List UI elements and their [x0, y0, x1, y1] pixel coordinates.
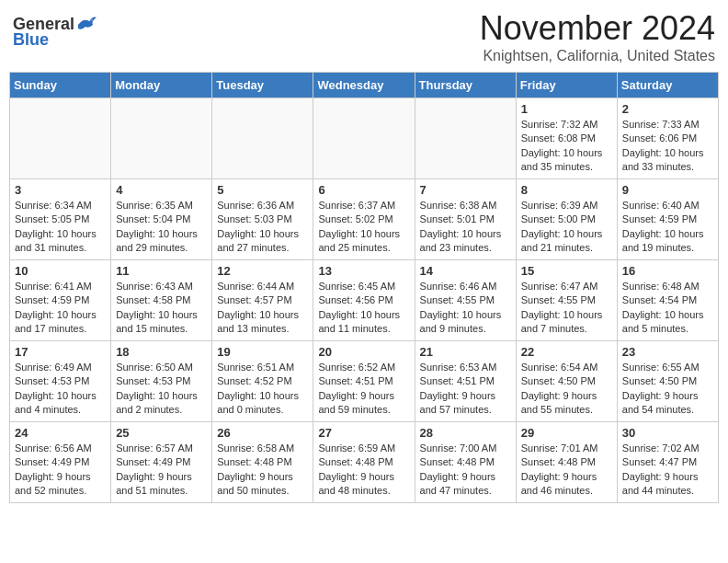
day-number: 25 [116, 426, 207, 440]
calendar-cell: 25Sunrise: 6:57 AMSunset: 4:49 PMDayligh… [111, 422, 212, 503]
cell-info: Sunrise: 7:32 AMSunset: 6:08 PMDaylight:… [521, 118, 612, 175]
cell-info: Sunrise: 6:56 AMSunset: 4:49 PMDaylight:… [15, 442, 106, 499]
logo-blue: Blue [13, 30, 49, 50]
col-header-friday: Friday [516, 73, 617, 98]
cell-info: Sunrise: 6:53 AMSunset: 4:51 PMDaylight:… [420, 361, 511, 418]
calendar-table: SundayMondayTuesdayWednesdayThursdayFrid… [9, 72, 719, 503]
day-number: 12 [217, 264, 308, 278]
calendar-cell: 5Sunrise: 6:36 AMSunset: 5:03 PMDaylight… [212, 179, 313, 260]
calendar-cell: 22Sunrise: 6:54 AMSunset: 4:50 PMDayligh… [516, 341, 617, 422]
cell-info: Sunrise: 6:52 AMSunset: 4:51 PMDaylight:… [318, 361, 409, 418]
cell-info: Sunrise: 7:01 AMSunset: 4:48 PMDaylight:… [521, 442, 612, 499]
calendar-cell: 7Sunrise: 6:38 AMSunset: 5:01 PMDaylight… [415, 179, 516, 260]
calendar-cell: 16Sunrise: 6:48 AMSunset: 4:54 PMDayligh… [617, 260, 718, 341]
day-number: 28 [420, 426, 511, 440]
cell-info: Sunrise: 6:46 AMSunset: 4:55 PMDaylight:… [420, 280, 511, 337]
calendar-cell: 20Sunrise: 6:52 AMSunset: 4:51 PMDayligh… [313, 341, 415, 422]
calendar-cell: 1Sunrise: 7:32 AMSunset: 6:08 PMDaylight… [516, 98, 617, 179]
cell-info: Sunrise: 6:50 AMSunset: 4:53 PMDaylight:… [116, 361, 207, 418]
cell-info: Sunrise: 7:33 AMSunset: 6:06 PMDaylight:… [622, 118, 713, 175]
day-number: 27 [318, 426, 409, 440]
calendar-cell [212, 98, 313, 179]
day-number: 16 [622, 264, 713, 278]
day-number: 24 [15, 426, 106, 440]
cell-info: Sunrise: 6:43 AMSunset: 4:58 PMDaylight:… [116, 280, 207, 337]
cell-info: Sunrise: 6:45 AMSunset: 4:56 PMDaylight:… [318, 280, 409, 337]
calendar-cell: 11Sunrise: 6:43 AMSunset: 4:58 PMDayligh… [111, 260, 212, 341]
header: General Blue November 2024 Knightsen, Ca… [9, 9, 719, 64]
cell-info: Sunrise: 6:35 AMSunset: 5:04 PMDaylight:… [116, 199, 207, 256]
calendar-cell: 9Sunrise: 6:40 AMSunset: 4:59 PMDaylight… [617, 179, 718, 260]
col-header-wednesday: Wednesday [313, 73, 415, 98]
day-number: 8 [521, 183, 612, 197]
calendar-cell [313, 98, 415, 179]
calendar-cell [10, 98, 111, 179]
title-section: November 2024 Knightsen, California, Uni… [480, 9, 715, 64]
cell-info: Sunrise: 6:47 AMSunset: 4:55 PMDaylight:… [521, 280, 612, 337]
calendar-week-row: 1Sunrise: 7:32 AMSunset: 6:08 PMDaylight… [10, 98, 719, 179]
cell-info: Sunrise: 6:55 AMSunset: 4:50 PMDaylight:… [622, 361, 713, 418]
calendar-cell: 14Sunrise: 6:46 AMSunset: 4:55 PMDayligh… [415, 260, 516, 341]
calendar-week-row: 10Sunrise: 6:41 AMSunset: 4:59 PMDayligh… [10, 260, 719, 341]
day-number: 18 [116, 345, 207, 359]
cell-info: Sunrise: 6:37 AMSunset: 5:02 PMDaylight:… [318, 199, 409, 256]
calendar-week-row: 24Sunrise: 6:56 AMSunset: 4:49 PMDayligh… [10, 422, 719, 503]
calendar-cell: 30Sunrise: 7:02 AMSunset: 4:47 PMDayligh… [617, 422, 718, 503]
calendar-cell: 4Sunrise: 6:35 AMSunset: 5:04 PMDaylight… [111, 179, 212, 260]
calendar-cell: 29Sunrise: 7:01 AMSunset: 4:48 PMDayligh… [516, 422, 617, 503]
col-header-sunday: Sunday [10, 73, 111, 98]
col-header-monday: Monday [111, 73, 212, 98]
col-header-saturday: Saturday [617, 73, 718, 98]
day-number: 11 [116, 264, 207, 278]
day-number: 15 [521, 264, 612, 278]
day-number: 1 [521, 102, 612, 116]
day-number: 4 [116, 183, 207, 197]
day-number: 5 [217, 183, 308, 197]
day-number: 3 [15, 183, 106, 197]
col-header-tuesday: Tuesday [212, 73, 313, 98]
calendar-cell: 27Sunrise: 6:59 AMSunset: 4:48 PMDayligh… [313, 422, 415, 503]
day-number: 10 [15, 264, 106, 278]
calendar-cell: 19Sunrise: 6:51 AMSunset: 4:52 PMDayligh… [212, 341, 313, 422]
day-number: 14 [420, 264, 511, 278]
calendar-cell: 2Sunrise: 7:33 AMSunset: 6:06 PMDaylight… [617, 98, 718, 179]
cell-info: Sunrise: 6:51 AMSunset: 4:52 PMDaylight:… [217, 361, 308, 418]
cell-info: Sunrise: 6:36 AMSunset: 5:03 PMDaylight:… [217, 199, 308, 256]
cell-info: Sunrise: 6:34 AMSunset: 5:05 PMDaylight:… [15, 199, 106, 256]
logo: General Blue [13, 9, 97, 50]
calendar-cell: 15Sunrise: 6:47 AMSunset: 4:55 PMDayligh… [516, 260, 617, 341]
calendar-cell: 21Sunrise: 6:53 AMSunset: 4:51 PMDayligh… [415, 341, 516, 422]
day-number: 22 [521, 345, 612, 359]
day-number: 9 [622, 183, 713, 197]
calendar-cell: 18Sunrise: 6:50 AMSunset: 4:53 PMDayligh… [111, 341, 212, 422]
calendar-cell: 28Sunrise: 7:00 AMSunset: 4:48 PMDayligh… [415, 422, 516, 503]
day-number: 21 [420, 345, 511, 359]
cell-info: Sunrise: 6:49 AMSunset: 4:53 PMDaylight:… [15, 361, 106, 418]
calendar-cell: 26Sunrise: 6:58 AMSunset: 4:48 PMDayligh… [212, 422, 313, 503]
day-number: 17 [15, 345, 106, 359]
calendar-cell: 24Sunrise: 6:56 AMSunset: 4:49 PMDayligh… [10, 422, 111, 503]
day-number: 7 [420, 183, 511, 197]
calendar-cell: 13Sunrise: 6:45 AMSunset: 4:56 PMDayligh… [313, 260, 415, 341]
day-number: 13 [318, 264, 409, 278]
cell-info: Sunrise: 6:41 AMSunset: 4:59 PMDaylight:… [15, 280, 106, 337]
logo-bird-icon [76, 16, 97, 32]
cell-info: Sunrise: 6:48 AMSunset: 4:54 PMDaylight:… [622, 280, 713, 337]
col-header-thursday: Thursday [415, 73, 516, 98]
cell-info: Sunrise: 6:44 AMSunset: 4:57 PMDaylight:… [217, 280, 308, 337]
cell-info: Sunrise: 6:54 AMSunset: 4:50 PMDaylight:… [521, 361, 612, 418]
calendar-cell: 10Sunrise: 6:41 AMSunset: 4:59 PMDayligh… [10, 260, 111, 341]
location-title: Knightsen, California, United States [480, 48, 715, 64]
calendar-header-row: SundayMondayTuesdayWednesdayThursdayFrid… [10, 73, 719, 98]
cell-info: Sunrise: 7:00 AMSunset: 4:48 PMDaylight:… [420, 442, 511, 499]
month-title: November 2024 [480, 9, 715, 48]
calendar-cell [415, 98, 516, 179]
cell-info: Sunrise: 6:58 AMSunset: 4:48 PMDaylight:… [217, 442, 308, 499]
calendar-cell: 23Sunrise: 6:55 AMSunset: 4:50 PMDayligh… [617, 341, 718, 422]
calendar-week-row: 17Sunrise: 6:49 AMSunset: 4:53 PMDayligh… [10, 341, 719, 422]
calendar-cell: 17Sunrise: 6:49 AMSunset: 4:53 PMDayligh… [10, 341, 111, 422]
cell-info: Sunrise: 6:59 AMSunset: 4:48 PMDaylight:… [318, 442, 409, 499]
day-number: 29 [521, 426, 612, 440]
calendar-cell: 3Sunrise: 6:34 AMSunset: 5:05 PMDaylight… [10, 179, 111, 260]
day-number: 26 [217, 426, 308, 440]
